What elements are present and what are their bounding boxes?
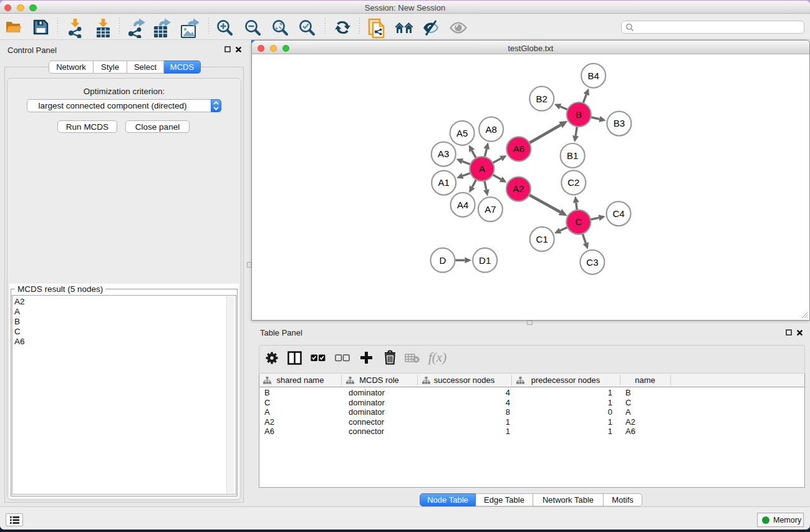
svg-text:A2: A2 [513, 183, 524, 194]
svg-text:C: C [575, 216, 582, 227]
svg-text:A4: A4 [456, 199, 468, 210]
svg-text:D1: D1 [479, 254, 491, 265]
svg-text:C2: C2 [567, 177, 579, 188]
svg-text:B1: B1 [567, 150, 578, 160]
svg-text:A: A [478, 163, 485, 173]
svg-text:B3: B3 [613, 118, 624, 128]
svg-text:A5: A5 [456, 127, 468, 138]
svg-text:A3: A3 [438, 148, 449, 159]
svg-text:C1: C1 [536, 233, 547, 244]
svg-text:A6: A6 [513, 143, 524, 154]
svg-text:B: B [576, 109, 582, 119]
svg-text:C4: C4 [612, 208, 624, 218]
svg-text:A8: A8 [485, 123, 496, 134]
svg-text:C3: C3 [586, 256, 598, 267]
svg-text:A1: A1 [438, 177, 449, 188]
svg-text:B2: B2 [536, 93, 547, 104]
svg-text:A7: A7 [485, 204, 496, 215]
svg-text:D: D [439, 254, 446, 265]
svg-text:B4: B4 [587, 70, 599, 80]
